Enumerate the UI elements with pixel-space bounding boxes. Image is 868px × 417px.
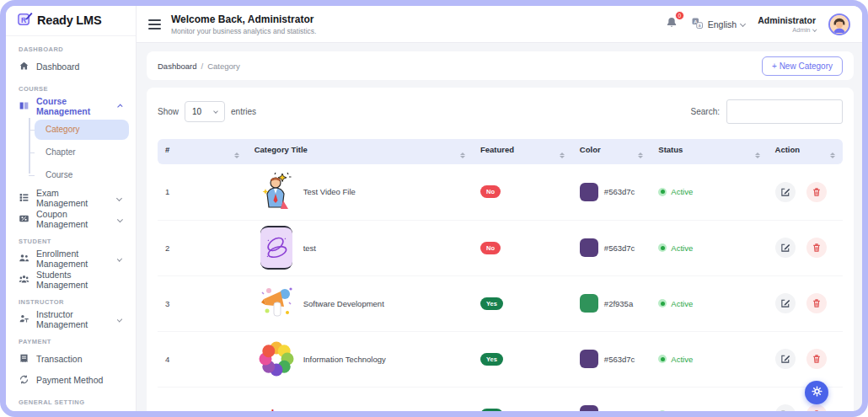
- table-row: 3 Software Development Yes #2f935a Activ…: [158, 275, 843, 331]
- status-badge: Active: [658, 355, 759, 364]
- avatar[interactable]: [828, 13, 850, 35]
- translate-icon: Aa: [691, 17, 704, 31]
- top-header: Welcome Back, Administrator Monitor your…: [137, 6, 862, 43]
- sidebar-item-dashboard[interactable]: Dashboard: [13, 56, 129, 78]
- sort-icon[interactable]: [755, 152, 760, 159]
- coupon-icon: [19, 213, 29, 226]
- course-submenu: Category Chapter Course: [26, 120, 129, 185]
- sidebar-item-label: Exam Management: [36, 188, 110, 208]
- book-icon: [19, 100, 29, 113]
- chevron-down-icon: [740, 21, 746, 27]
- breadcrumb: Dashboard / Category: [158, 61, 240, 71]
- color-swatch: [580, 294, 598, 313]
- sidebar-item-instructor-management[interactable]: Instructor Management: [13, 309, 129, 330]
- breadcrumb-current: Category: [207, 61, 240, 71]
- user-name: Administrator: [758, 15, 816, 25]
- status-dot-icon: [658, 243, 667, 252]
- category-title: test: [303, 243, 316, 253]
- category-title: Software Development: [303, 299, 384, 308]
- category-thumbnail-rainbow-flower: [255, 336, 298, 382]
- color-code: #2f935a: [604, 299, 633, 308]
- status-badge: Active: [658, 243, 759, 253]
- sidebar-item-exam-management[interactable]: Exam Management: [13, 188, 129, 209]
- sidebar-item-enrollment-management[interactable]: Enrollment Management: [13, 249, 129, 270]
- delete-button[interactable]: [806, 238, 827, 258]
- color-swatch: [580, 183, 598, 201]
- language-selector[interactable]: Aa English: [691, 17, 745, 31]
- status-dot-icon: [658, 188, 667, 196]
- row-index: 1: [158, 164, 247, 220]
- sidebar-subitem-label: Category: [46, 125, 80, 134]
- sidebar-item-course-management[interactable]: Course Management: [13, 96, 129, 117]
- edit-button[interactable]: [775, 182, 796, 202]
- ready-lms-logo-icon: R: [17, 11, 33, 30]
- settings-fab[interactable]: [805, 381, 828, 404]
- column-header-action[interactable]: Action: [768, 139, 843, 164]
- status-dot-icon: [658, 410, 667, 411]
- category-thumbnail-rings: [255, 225, 298, 270]
- delete-button[interactable]: [806, 182, 827, 202]
- section-label-instructor: INSTRUCTOR: [19, 298, 129, 306]
- sidebar-item-students-management[interactable]: Students Management: [13, 270, 129, 291]
- entries-label: entries: [231, 107, 256, 116]
- category-thumbnail-minen-logo: minen: [255, 392, 298, 411]
- chevron-down-icon: [812, 28, 817, 32]
- page-size-select[interactable]: 10: [185, 101, 225, 122]
- user-menu[interactable]: Administrator Admin: [758, 15, 816, 34]
- refresh-dollar-icon: [19, 374, 29, 387]
- sidebar-subitem-course[interactable]: Course: [35, 165, 129, 185]
- new-category-button[interactable]: + New Category: [762, 56, 843, 76]
- breadcrumb-bar: Dashboard / Category + New Category: [147, 51, 854, 80]
- sidebar-nav: DASHBOARD Dashboard COURSE Course Manage…: [6, 36, 136, 411]
- table-row: 1 Test Video File No #563d7c Active: [158, 164, 843, 220]
- delete-button[interactable]: [806, 349, 827, 369]
- edit-button[interactable]: [775, 238, 796, 258]
- edit-button[interactable]: [775, 404, 796, 411]
- sidebar-item-label: Students Management: [36, 270, 124, 290]
- notification-count-badge: 0: [675, 11, 684, 20]
- sort-icon[interactable]: [460, 152, 465, 159]
- sidebar-item-label: Coupon Management: [36, 209, 111, 229]
- page-content: Dashboard / Category + New Category Show…: [137, 43, 862, 411]
- column-header-featured[interactable]: Featured: [473, 139, 572, 164]
- sort-icon[interactable]: [234, 152, 239, 159]
- users-icon: [19, 253, 29, 265]
- hamburger-menu-icon[interactable]: [148, 19, 161, 29]
- column-header-id[interactable]: #: [158, 139, 247, 164]
- language-label: English: [708, 19, 737, 29]
- sort-icon[interactable]: [638, 152, 643, 159]
- status-dot-icon: [658, 355, 667, 363]
- breadcrumb-root[interactable]: Dashboard: [158, 61, 196, 71]
- sidebar-subitem-chapter[interactable]: Chapter: [35, 142, 129, 163]
- color-code: #563d7c: [604, 355, 635, 364]
- sort-icon[interactable]: [560, 152, 565, 159]
- category-title: Test Video File: [303, 187, 356, 196]
- column-header-status[interactable]: Status: [651, 139, 767, 164]
- delete-button[interactable]: [806, 404, 827, 411]
- logo-text: Ready LMS: [37, 13, 101, 27]
- sidebar-item-payment-method[interactable]: Payment Method: [13, 370, 129, 391]
- table-toolbar: Show 10 entries Search:: [158, 99, 843, 124]
- logo[interactable]: R Ready LMS: [6, 6, 136, 36]
- instructor-icon: [19, 313, 29, 326]
- edit-button[interactable]: [775, 293, 796, 313]
- sort-icon[interactable]: [830, 152, 835, 159]
- gear-icon: [811, 385, 823, 401]
- chevron-down-icon: [116, 195, 122, 201]
- delete-button[interactable]: [806, 293, 827, 313]
- sidebar-subitem-category[interactable]: Category: [35, 120, 129, 140]
- exam-list-icon: [19, 192, 29, 205]
- column-header-color[interactable]: Color: [572, 139, 651, 164]
- color-swatch: [580, 238, 598, 257]
- sidebar-item-transaction[interactable]: Transaction: [13, 349, 129, 370]
- sidebar-item-profile[interactable]: Profile: [13, 409, 129, 411]
- sidebar-item-coupon-management[interactable]: Coupon Management: [13, 209, 129, 230]
- row-index: 2: [158, 220, 247, 275]
- category-table-card: Show 10 entries Search: #: [147, 88, 854, 411]
- notifications-button[interactable]: 0: [665, 16, 678, 33]
- sidebar-item-label: Transaction: [36, 354, 82, 364]
- search-input[interactable]: [726, 99, 843, 124]
- edit-button[interactable]: [775, 349, 796, 369]
- column-header-title[interactable]: Category Title: [247, 139, 473, 164]
- featured-badge: Yes: [480, 297, 503, 310]
